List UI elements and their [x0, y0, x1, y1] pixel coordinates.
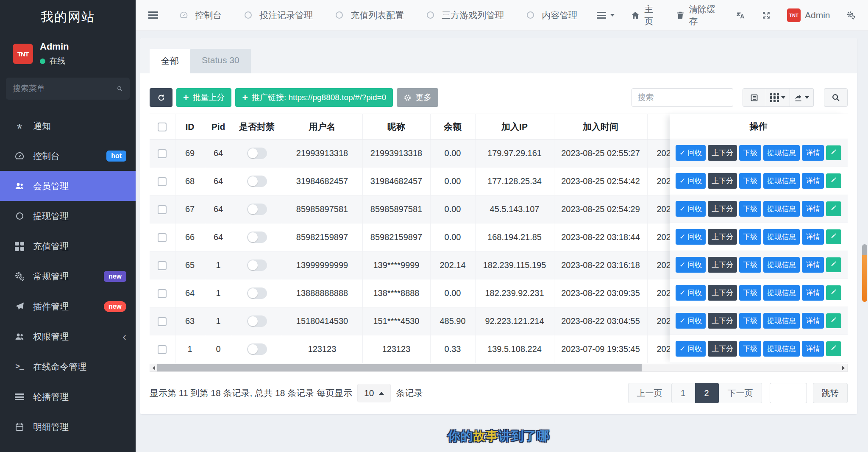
- ban-toggle[interactable]: [247, 259, 267, 271]
- ban-toggle[interactable]: [247, 232, 267, 243]
- row-checkbox[interactable]: [158, 233, 167, 242]
- sidebar-menu-item[interactable]: 轮播管理: [0, 382, 136, 412]
- tab[interactable]: 全部: [150, 49, 190, 73]
- sidebar-menu-item[interactable]: 插件管理 new: [0, 291, 136, 321]
- detail-button[interactable]: 详情: [802, 201, 824, 217]
- sidebar-menu-item[interactable]: 充值管理: [0, 231, 136, 261]
- detail-button[interactable]: 详情: [802, 313, 824, 329]
- updown-button[interactable]: 上下分: [708, 201, 737, 217]
- ban-toggle[interactable]: [247, 176, 267, 187]
- updown-button[interactable]: 上下分: [708, 313, 737, 329]
- recover-button[interactable]: ✓回收: [676, 229, 706, 245]
- page-size-select[interactable]: 10: [357, 384, 391, 402]
- subordinate-button[interactable]: 下级: [739, 173, 761, 189]
- withdraw-info-button[interactable]: 提现信息: [763, 313, 800, 329]
- sidebar-menu-item[interactable]: 活动管理: [0, 442, 136, 452]
- row-checkbox[interactable]: [158, 149, 167, 158]
- row-checkbox[interactable]: [158, 205, 167, 214]
- sidebar-menu-item[interactable]: 会员管理: [0, 171, 136, 201]
- recover-button[interactable]: ✓回收: [676, 201, 706, 217]
- scroll-right-arrow[interactable]: [840, 364, 847, 371]
- vertical-scrollbar-thumb[interactable]: [862, 255, 867, 302]
- ban-toggle[interactable]: [247, 148, 267, 159]
- clear-cache-button[interactable]: 清除缓存: [676, 3, 720, 27]
- prev-page-button[interactable]: 上一页: [628, 383, 671, 403]
- toggle-view-button[interactable]: [743, 88, 766, 107]
- horizontal-scrollbar[interactable]: [150, 364, 848, 372]
- jump-page-input[interactable]: [770, 383, 807, 403]
- ban-toggle[interactable]: [247, 343, 267, 355]
- translate-button[interactable]: [736, 11, 746, 20]
- edit-button[interactable]: [826, 285, 841, 300]
- updown-button[interactable]: 上下分: [708, 285, 737, 301]
- fullscreen-button[interactable]: [762, 11, 771, 20]
- sidebar-menu-item[interactable]: >_ 在线命令管理: [0, 352, 136, 382]
- vertical-scrollbar[interactable]: [862, 0, 867, 452]
- export-dropdown-button[interactable]: [790, 88, 814, 107]
- ban-toggle[interactable]: [247, 204, 267, 215]
- edit-button[interactable]: [826, 341, 841, 356]
- home-button[interactable]: 主页: [631, 3, 659, 27]
- sidebar-menu-item[interactable]: 控制台 hot: [0, 141, 136, 171]
- detail-button[interactable]: 详情: [802, 257, 824, 273]
- detail-button[interactable]: 详情: [802, 229, 824, 245]
- row-checkbox[interactable]: [158, 317, 167, 326]
- withdraw-info-button[interactable]: 提现信息: [763, 229, 800, 245]
- sidebar-menu-item[interactable]: 常规管理 new: [0, 261, 136, 291]
- scroll-left-arrow[interactable]: [150, 364, 157, 371]
- sidebar-menu-item[interactable]: * 通知: [0, 111, 136, 141]
- hamburger-icon[interactable]: [148, 11, 158, 19]
- edit-button[interactable]: [826, 257, 841, 272]
- withdraw-info-button[interactable]: 提现信息: [763, 341, 800, 357]
- search-button[interactable]: [824, 88, 848, 107]
- edit-button[interactable]: [826, 173, 841, 188]
- updown-button[interactable]: 上下分: [708, 145, 737, 161]
- sidebar-menu-item[interactable]: 明细管理: [0, 412, 136, 442]
- row-checkbox[interactable]: [158, 345, 167, 354]
- withdraw-info-button[interactable]: 提现信息: [763, 257, 800, 273]
- detail-button[interactable]: 详情: [802, 285, 824, 301]
- sidebar-search-input[interactable]: [13, 84, 117, 93]
- detail-button[interactable]: 详情: [802, 173, 824, 189]
- updown-button[interactable]: 上下分: [708, 341, 737, 357]
- sidebar-menu-item[interactable]: 提现管理: [0, 201, 136, 231]
- detail-button[interactable]: 详情: [802, 145, 824, 161]
- subordinate-button[interactable]: 下级: [739, 313, 761, 329]
- row-checkbox[interactable]: [158, 289, 167, 298]
- detail-button[interactable]: 详情: [802, 341, 824, 357]
- recover-button[interactable]: ✓回收: [676, 313, 706, 329]
- recover-button[interactable]: ✓回收: [676, 145, 706, 161]
- recover-button[interactable]: ✓回收: [676, 257, 706, 273]
- withdraw-info-button[interactable]: 提现信息: [763, 201, 800, 217]
- edit-button[interactable]: [826, 145, 841, 160]
- bulk-add-score-button[interactable]: +批量上分: [176, 88, 231, 107]
- row-checkbox[interactable]: [158, 261, 167, 270]
- horizontal-scrollbar-thumb[interactable]: [157, 364, 642, 371]
- navbar-menu-item[interactable]: 投注记录管理: [241, 9, 313, 21]
- recover-button[interactable]: ✓回收: [676, 173, 706, 189]
- vertical-scrollbar-cap[interactable]: [862, 244, 867, 255]
- updown-button[interactable]: 上下分: [708, 257, 737, 273]
- updown-button[interactable]: 上下分: [708, 173, 737, 189]
- ban-toggle[interactable]: [247, 315, 267, 327]
- navbar-menu-item[interactable]: 三方游戏列管理: [423, 9, 504, 21]
- edit-button[interactable]: [826, 229, 841, 244]
- list-dropdown-button[interactable]: [597, 12, 615, 19]
- table-search-input[interactable]: [632, 88, 733, 107]
- recover-button[interactable]: ✓回收: [676, 285, 706, 301]
- navbar-menu-item[interactable]: 内容管理: [523, 9, 577, 21]
- subordinate-button[interactable]: 下级: [739, 257, 761, 273]
- more-button[interactable]: 更多: [397, 88, 438, 107]
- refresh-button[interactable]: [150, 88, 172, 107]
- ban-toggle[interactable]: [247, 287, 267, 299]
- subordinate-button[interactable]: 下级: [739, 145, 761, 161]
- withdraw-info-button[interactable]: 提现信息: [763, 285, 800, 301]
- subordinate-button[interactable]: 下级: [739, 341, 761, 357]
- tab[interactable]: Status 30: [190, 49, 251, 73]
- sidebar-menu-item[interactable]: 权限管理 ‹: [0, 321, 136, 352]
- page-number-button[interactable]: 1: [671, 383, 695, 403]
- promo-link-button[interactable]: +推广链接: https://pg8808.top/#/?pid=0: [235, 88, 393, 107]
- withdraw-info-button[interactable]: 提现信息: [763, 173, 800, 189]
- next-page-button[interactable]: 下一页: [719, 383, 762, 403]
- columns-dropdown-button[interactable]: [766, 88, 790, 107]
